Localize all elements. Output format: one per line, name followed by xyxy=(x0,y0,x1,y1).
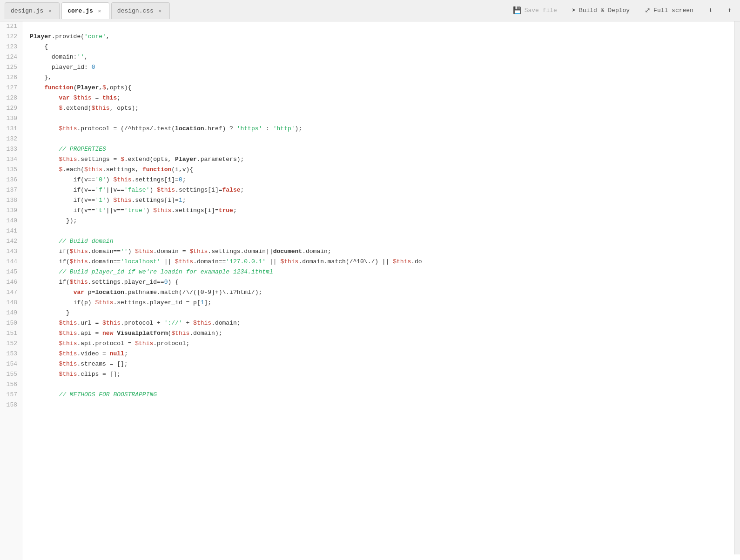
close-design-js[interactable]: ✕ xyxy=(46,7,54,14)
code-line: $this.video = null; xyxy=(30,349,740,359)
code-line xyxy=(30,21,740,32)
scrollbar-right[interactable] xyxy=(734,21,740,554)
code-line: $this.streams = []; xyxy=(30,359,740,369)
code-line: } xyxy=(30,308,740,318)
close-design-css[interactable]: ✕ xyxy=(156,7,164,14)
code-line: if(v=='1') $this.settings[i]=1; xyxy=(30,195,740,206)
code-line: $this.url = $this.protocol + '://' + $th… xyxy=(30,318,740,328)
code-line: // PROPERTIES xyxy=(30,144,740,154)
line-number: 142 xyxy=(0,236,22,247)
download-icon: ⬇ xyxy=(708,6,713,15)
code-line: $this.api.protocol = $this.protocol; xyxy=(30,339,740,349)
tab-bar: design.js ✕ core.js ✕ design.css ✕ 💾 Sav… xyxy=(0,0,740,21)
tabs: design.js ✕ core.js ✕ design.css ✕ xyxy=(5,0,170,21)
line-number: 153 xyxy=(0,349,22,359)
line-number: 121 xyxy=(0,21,22,32)
line-number: 134 xyxy=(0,154,22,165)
line-number: 158 xyxy=(0,400,22,410)
code-content[interactable]: Player.provide('core', { domain:'', play… xyxy=(22,21,740,560)
line-number: 141 xyxy=(0,226,22,236)
close-core-js[interactable]: ✕ xyxy=(96,7,103,14)
line-number: 152 xyxy=(0,339,22,349)
code-line: if($this.domain=='') $this.domain = $thi… xyxy=(30,247,740,257)
code-line: // METHODS FOR BOOSTRAPPING xyxy=(30,390,740,400)
line-number: 132 xyxy=(0,134,22,144)
upload-button[interactable]: ⬆ xyxy=(724,4,735,17)
code-line: if(p) $this.settings.player_id = p[1]; xyxy=(30,298,740,308)
code-line: $this.clips = []; xyxy=(30,369,740,380)
line-number: 137 xyxy=(0,185,22,195)
tab-label: design.css xyxy=(117,7,154,14)
line-number: 140 xyxy=(0,216,22,226)
tab-core-js[interactable]: core.js ✕ xyxy=(61,2,109,19)
code-line: $this.api = new Visualplatform($this.dom… xyxy=(30,328,740,339)
line-number: 133 xyxy=(0,144,22,154)
code-line: $this.protocol = (/^https/.test(location… xyxy=(30,124,740,134)
line-number: 143 xyxy=(0,247,22,257)
code-line xyxy=(30,134,740,144)
code-line: if(v=='0') $this.settings[i]=0; xyxy=(30,175,740,185)
line-number: 149 xyxy=(0,308,22,318)
line-number: 129 xyxy=(0,103,22,113)
line-number: 147 xyxy=(0,287,22,298)
code-line: if(v=='f'||v=='false') $this.settings[i]… xyxy=(30,185,740,195)
code-line: }); xyxy=(30,216,740,226)
line-number: 146 xyxy=(0,277,22,287)
line-number: 126 xyxy=(0,73,22,83)
deploy-label: Build & Deploy xyxy=(579,7,630,14)
code-line: // Build domain xyxy=(30,236,740,247)
build-deploy-button[interactable]: ➤ Build & Deploy xyxy=(568,4,633,17)
line-number: 136 xyxy=(0,175,22,185)
code-line xyxy=(30,226,740,236)
fullscreen-button[interactable]: ⤢ Full screen xyxy=(641,4,697,17)
line-number: 150 xyxy=(0,318,22,328)
line-number: 127 xyxy=(0,83,22,93)
fullscreen-label: Full screen xyxy=(653,7,693,14)
code-line: }, xyxy=(30,73,740,83)
line-number: 155 xyxy=(0,369,22,380)
code-line: // Build player_id if we're loadin for e… xyxy=(30,267,740,277)
line-number: 144 xyxy=(0,257,22,267)
line-number: 122 xyxy=(0,32,22,42)
line-number: 151 xyxy=(0,328,22,339)
code-line: $.each($this.settings, function(i,v){ xyxy=(30,165,740,175)
save-label: Save file xyxy=(525,7,557,14)
code-line xyxy=(30,380,740,390)
line-number: 154 xyxy=(0,359,22,369)
line-number: 125 xyxy=(0,62,22,73)
tab-label: core.js xyxy=(67,7,93,14)
download-button[interactable]: ⬇ xyxy=(705,4,716,17)
code-line: domain:'', xyxy=(30,52,740,62)
line-number: 135 xyxy=(0,165,22,175)
code-line: if($this.settings.player_id==0) { xyxy=(30,277,740,287)
code-line: $this.settings = $.extend(opts, Player.p… xyxy=(30,154,740,165)
line-number: 131 xyxy=(0,124,22,134)
code-line: if(v=='t'||v=='true') $this.settings[i]=… xyxy=(30,206,740,216)
code-line xyxy=(30,113,740,124)
line-number: 156 xyxy=(0,380,22,390)
line-number: 157 xyxy=(0,390,22,400)
tab-design-css[interactable]: design.css ✕ xyxy=(111,2,170,19)
line-number: 123 xyxy=(0,42,22,52)
line-number: 148 xyxy=(0,298,22,308)
code-line: function(Player,$,opts){ xyxy=(30,83,740,93)
code-line: if($this.domain=='localhost' || $this.do… xyxy=(30,257,740,267)
tab-label: design.js xyxy=(11,7,43,14)
code-line: var $this = this; xyxy=(30,93,740,103)
line-number: 128 xyxy=(0,93,22,103)
code-line: { xyxy=(30,42,740,52)
line-number: 130 xyxy=(0,113,22,124)
save-file-button[interactable]: 💾 Save file xyxy=(509,4,561,17)
code-line: player_id: 0 xyxy=(30,62,740,73)
toolbar-right: 💾 Save file ➤ Build & Deploy ⤢ Full scre… xyxy=(509,4,735,17)
line-numbers: 1211221231241251261271281291301311321331… xyxy=(0,21,22,560)
line-number: 139 xyxy=(0,206,22,216)
line-number: 138 xyxy=(0,195,22,206)
line-number: 124 xyxy=(0,52,22,62)
deploy-icon: ➤ xyxy=(572,6,576,15)
code-line: Player.provide('core', xyxy=(30,32,740,42)
fullscreen-icon: ⤢ xyxy=(645,6,651,15)
code-line: $.extend($this, opts); xyxy=(30,103,740,113)
save-icon: 💾 xyxy=(513,6,522,15)
tab-design-js[interactable]: design.js ✕ xyxy=(5,2,60,19)
